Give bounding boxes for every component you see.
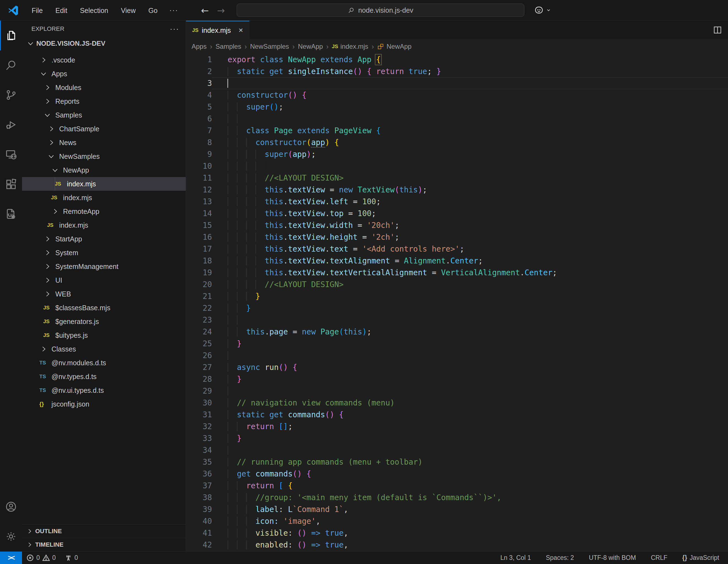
tree-item--nv-modules-d-ts[interactable]: TS@nv.modules.d.ts [22, 356, 186, 370]
tree-item-classes[interactable]: Classes [22, 342, 186, 356]
line-content[interactable]: class Page extends PageView { [212, 125, 728, 137]
line-content[interactable]: //<LAYOUT DESIGN> [212, 279, 728, 290]
line-number[interactable]: 40 [186, 515, 212, 527]
line-content[interactable]: async run() { [212, 361, 728, 373]
tree-item--uitypes-js[interactable]: JS$uitypes.js [22, 328, 186, 342]
sidebar-panel-timeline[interactable]: TIMELINE [22, 538, 186, 551]
breadcrumb-item-index-mjs[interactable]: JSindex.mjs [332, 43, 369, 50]
line-content[interactable]: constructor(app) { [212, 137, 728, 148]
status-language-mode[interactable]: {}JavaScript [682, 554, 719, 562]
tree-item-newapp[interactable]: NewApp [22, 163, 186, 177]
line-number[interactable]: 27 [186, 361, 212, 373]
activitybar-remote-explorer[interactable] [0, 140, 22, 169]
tree-item-remoteapp[interactable]: RemoteApp [22, 205, 186, 218]
activitybar-settings[interactable] [0, 522, 22, 551]
line-content[interactable]: //group: '<main meny item (default is `C… [212, 492, 728, 503]
status-indentation[interactable]: Spaces: 2 [546, 554, 574, 562]
line-number[interactable]: 12 [186, 184, 212, 196]
line-number[interactable]: 1 [186, 54, 212, 66]
breadcrumb-item-newapp[interactable]: NewApp [298, 43, 323, 50]
tree-item-samples[interactable]: Samples [22, 108, 186, 122]
line-number[interactable]: 30 [186, 397, 212, 409]
line-content[interactable]: enabled: () => true, [212, 539, 728, 551]
activitybar-explorer[interactable] [0, 21, 22, 50]
breadcrumb-item-newsamples[interactable]: NewSamples [250, 43, 289, 50]
line-content[interactable]: this.textView.textAlignment = Alignment.… [212, 255, 728, 267]
menu-item-selection[interactable]: Selection [73, 3, 114, 18]
line-number[interactable]: 9 [186, 148, 212, 160]
line-content[interactable]: this.textView.text = '<Add controls here… [212, 243, 728, 255]
tree-item--nv-types-d-ts[interactable]: TS@nv.types.d.ts [22, 370, 186, 383]
line-number[interactable]: 34 [186, 444, 212, 456]
line-number[interactable]: 18 [186, 255, 212, 267]
line-content[interactable]: this.textView.width = '20ch'; [212, 219, 728, 231]
tree-item--nv-ui-types-d-ts[interactable]: TS@nv.ui.types.d.ts [22, 383, 186, 397]
line-content[interactable]: icon: 'image', [212, 515, 728, 527]
tree-item-chartsample[interactable]: ChartSample [22, 122, 186, 136]
line-content[interactable]: return [ { [212, 480, 728, 492]
tree-item--generators-js[interactable]: JS$generators.js [22, 315, 186, 328]
tree-item-newsamples[interactable]: NewSamples [22, 149, 186, 163]
remote-indicator[interactable]: >< [0, 552, 22, 564]
line-content[interactable] [212, 444, 728, 456]
line-content[interactable] [212, 160, 728, 172]
tree-item-startapp[interactable]: StartApp [22, 232, 186, 246]
tree-item-system[interactable]: System [22, 246, 186, 260]
line-number[interactable]: 3 [186, 77, 212, 89]
menu-item-file[interactable]: File [25, 3, 49, 18]
go-back-icon[interactable]: ← [201, 5, 209, 16]
line-number[interactable]: 2 [186, 66, 212, 77]
activitybar-extensions[interactable] [0, 169, 22, 199]
split-editor-icon[interactable] [713, 25, 722, 35]
line-content[interactable]: this.textView.left = 100; [212, 196, 728, 208]
line-number[interactable]: 14 [186, 208, 212, 219]
line-content[interactable]: label: L`Command 1`, [212, 503, 728, 515]
line-number[interactable]: 41 [186, 527, 212, 539]
code-editor[interactable]: 1export class NewApp extends App {2 stat… [186, 54, 728, 551]
workspace-root-row[interactable]: NODE.VISION.JS-DEV [22, 37, 186, 50]
menu-item-edit[interactable]: Edit [49, 3, 73, 18]
line-number[interactable]: 32 [186, 421, 212, 432]
tree-item-web[interactable]: WEB [22, 287, 186, 301]
status-encoding[interactable]: UTF-8 with BOM [589, 554, 636, 562]
line-number[interactable]: 28 [186, 373, 212, 385]
breadcrumb-item-apps[interactable]: Apps [192, 43, 207, 50]
activitybar-nv-tools[interactable] [0, 199, 22, 229]
tree-item-jsconfig-json[interactable]: {}jsconfig.json [22, 397, 186, 411]
breadcrumb-item-samples[interactable]: Samples [216, 43, 241, 50]
line-number[interactable]: 24 [186, 326, 212, 338]
line-number[interactable]: 11 [186, 172, 212, 184]
line-content[interactable]: static get commands() { [212, 409, 728, 421]
line-content[interactable]: static get singleInstance() { return tru… [212, 66, 728, 77]
line-number[interactable]: 38 [186, 492, 212, 503]
tab-index-mjs[interactable]: JS index.mjs × [186, 21, 249, 39]
line-content[interactable]: visible: () => true, [212, 527, 728, 539]
line-content[interactable]: // running app commands (menu + toolbar) [212, 456, 728, 468]
line-number[interactable]: 36 [186, 468, 212, 480]
menu-item-go[interactable]: Go [142, 3, 164, 18]
line-number[interactable]: 39 [186, 503, 212, 515]
line-number[interactable]: 4 [186, 89, 212, 101]
line-content[interactable]: super(); [212, 101, 728, 113]
copilot-button[interactable] [533, 5, 551, 16]
line-content[interactable]: } [212, 373, 728, 385]
line-number[interactable]: 10 [186, 160, 212, 172]
line-content[interactable]: } [212, 432, 728, 444]
line-content[interactable]: this.page = new Page(this); [212, 326, 728, 338]
line-content[interactable] [212, 314, 728, 326]
line-number[interactable]: 17 [186, 243, 212, 255]
activitybar-search[interactable] [0, 50, 22, 80]
line-number[interactable]: 23 [186, 314, 212, 326]
line-content[interactable]: //<LAYOUT DESIGN> [212, 172, 728, 184]
line-content[interactable]: } [212, 338, 728, 350]
tree-item-index-mjs[interactable]: JSindex.mjs [22, 191, 186, 205]
line-number[interactable]: 31 [186, 409, 212, 421]
activitybar-accounts[interactable] [0, 492, 22, 522]
sidebar-panel-outline[interactable]: OUTLINE [22, 524, 186, 538]
menu-item-view[interactable]: View [114, 3, 142, 18]
breadcrumb-item-newapp[interactable]: NewApp [377, 43, 411, 50]
line-number[interactable]: 6 [186, 113, 212, 125]
tree-item-reports[interactable]: Reports [22, 94, 186, 108]
line-number[interactable]: 42 [186, 539, 212, 551]
menu-overflow-button[interactable]: ··· [164, 6, 184, 15]
